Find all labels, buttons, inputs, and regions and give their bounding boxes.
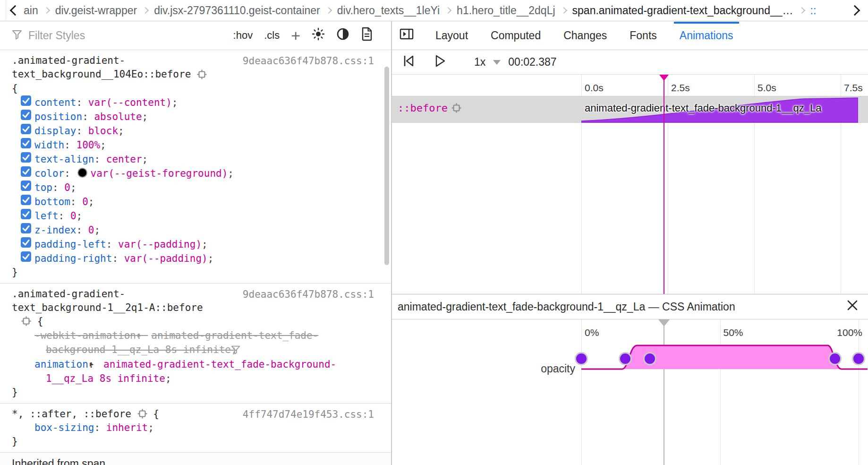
property-checkbox[interactable]	[21, 166, 31, 177]
filter-styles-input[interactable]	[27, 29, 229, 43]
property-checkbox[interactable]	[21, 237, 31, 248]
css-property-row[interactable]: animation: ▶animated-gradient-text_fade-…	[12, 357, 374, 386]
css-property-row[interactable]: color: var(--geist-foreground);	[12, 166, 374, 181]
breadcrumb-separator-icon	[445, 7, 451, 14]
stylesheet-document-icon[interactable]	[361, 27, 373, 44]
colon: :	[52, 182, 64, 193]
css-property-row[interactable]: width: 100%;	[12, 138, 374, 152]
property-checkbox[interactable]	[21, 138, 31, 148]
semicolon: ;	[142, 111, 148, 122]
property-checkbox[interactable]	[21, 209, 31, 219]
property-checkbox[interactable]	[21, 223, 31, 233]
keyframe-dot[interactable]	[643, 352, 656, 365]
timeline-playhead-handle[interactable]	[659, 75, 669, 81]
keyframe-dot[interactable]	[852, 352, 865, 365]
property-name: position	[34, 111, 82, 122]
inherited-from-span-header: Inherited from span	[0, 453, 391, 465]
styles-panel: :hov .cls +	[0, 21, 392, 465]
property-name: animation	[34, 358, 88, 370]
colon: :	[106, 239, 118, 250]
css-property-row[interactable]: z-index: 0;	[12, 223, 374, 237]
property-value: absolute	[94, 111, 142, 122]
semicolon: ;	[202, 239, 208, 250]
breadcrumb-item[interactable]: div.hero_texts__1leYi	[337, 4, 440, 17]
rule-selector-line[interactable]: text_background__104Eo::before	[12, 68, 374, 82]
css-property-row[interactable]: top: 0;	[12, 181, 374, 195]
property-name: display	[34, 125, 77, 137]
property-checkbox[interactable]	[21, 195, 31, 205]
inspect-target-icon[interactable]	[21, 315, 31, 328]
inspect-target-icon[interactable]	[451, 102, 461, 114]
css-property-row[interactable]: padding-left: var(--padding);	[12, 237, 374, 251]
timeline-tick-label: 0.0s	[585, 82, 604, 94]
detail-playhead-handle[interactable]	[658, 319, 670, 327]
css-property-row[interactable]: position: absolute;	[12, 110, 374, 124]
replay-button[interactable]	[401, 54, 416, 71]
css-property-row[interactable]: content: var(--content);	[12, 95, 374, 110]
play-button[interactable]	[433, 54, 447, 71]
property-value: var(--padding)	[118, 239, 202, 250]
new-style-rule-button[interactable]: +	[291, 31, 300, 40]
rule-selector-line[interactable]: text_background-1__2q1-A::before	[12, 301, 374, 315]
light-theme-sun-icon[interactable]	[312, 27, 325, 43]
stylesheet-source-link[interactable]: 9deaac636f47b878.css:1	[243, 54, 374, 68]
rule-close-brace: }	[12, 266, 374, 279]
pseudo-element-row-label[interactable]: ::before	[398, 102, 461, 114]
tab-computed[interactable]: Computed	[490, 22, 542, 50]
breadcrumb-item[interactable]: div.jsx-2797361110.geist-container	[154, 4, 320, 17]
colon: :	[94, 154, 106, 165]
tab-layout[interactable]: Layout	[434, 22, 469, 50]
css-property-row[interactable]: box-sizing: inherit;	[12, 421, 374, 435]
keyframe-dot[interactable]	[575, 352, 588, 365]
toggle-hover-state-button[interactable]: :hov	[233, 29, 253, 42]
breadcrumb-item[interactable]: h1.hero_title__2dqLj	[457, 4, 555, 17]
animation-timeline: 0.0s2.5s5.0s7.5s ::before animated-gradi…	[392, 75, 868, 294]
animation-toolbar: 1x 00:02.387	[392, 50, 868, 75]
keyframe-dot[interactable]	[619, 352, 632, 365]
property-checkbox[interactable]	[21, 181, 31, 191]
rule-selector-line[interactable]: {	[12, 82, 374, 95]
sidebar-toggle-icon[interactable]	[400, 28, 414, 43]
color-swatch[interactable]	[77, 168, 87, 178]
css-property-row[interactable]: left: 0;	[12, 209, 374, 223]
tab-animations[interactable]: Animations	[679, 22, 734, 50]
breadcrumb-forward-chevron-icon[interactable]	[850, 5, 860, 16]
filter-funnel-icon[interactable]	[237, 344, 241, 357]
inspect-target-icon[interactable]	[137, 407, 147, 421]
property-checkbox[interactable]	[21, 124, 31, 134]
timeline-playhead[interactable]	[664, 75, 664, 294]
tab-changes[interactable]: Changes	[562, 22, 608, 50]
property-checkbox[interactable]	[21, 110, 31, 120]
breadcrumb-separator-icon	[798, 7, 805, 14]
inspect-target-icon[interactable]	[197, 68, 207, 82]
rule-selector-line[interactable]: {	[12, 315, 374, 329]
breadcrumb-item[interactable]: ain	[24, 4, 38, 17]
css-property-row[interactable]: text-align: center;	[12, 152, 374, 166]
breadcrumb-back-chevron-icon[interactable]	[10, 5, 21, 16]
animation-name-label[interactable]: animated-gradient-text_fade-background-1…	[585, 102, 821, 114]
css-property-row[interactable]: bottom: 0;	[12, 195, 374, 209]
property-checkbox[interactable]	[21, 152, 31, 163]
styles-scrollbar-thumb[interactable]	[384, 67, 389, 265]
property-checkbox[interactable]	[21, 251, 31, 262]
colon: :	[77, 125, 88, 137]
contrast-half-moon-icon[interactable]	[336, 27, 349, 43]
timeline-tick-label: 2.5s	[671, 82, 690, 94]
stylesheet-source-link[interactable]: 4ff747d74e19f453.css:1	[243, 408, 374, 422]
breadcrumb-item[interactable]: div.geist-wrapper	[55, 4, 137, 17]
breadcrumb-item[interactable]: ::	[810, 4, 817, 17]
property-checkbox[interactable]	[21, 95, 31, 106]
close-icon[interactable]	[846, 299, 859, 314]
tab-fonts[interactable]: Fonts	[629, 22, 658, 50]
toggle-class-button[interactable]: .cls	[264, 29, 280, 42]
style-rules-list: 9deaac636f47b878.css:1.animated-gradient…	[0, 50, 391, 453]
css-property-row[interactable]: display: block;	[12, 124, 374, 138]
keyframe-dot[interactable]	[828, 352, 842, 365]
stylesheet-source-link[interactable]: 9deaac636f47b878.css:1	[243, 288, 374, 301]
breadcrumb-item[interactable]: span.animated-gradient-text_background__…	[572, 4, 793, 17]
playback-rate-caret-icon[interactable]	[493, 60, 501, 65]
css-property-row[interactable]: padding-right: var(--padding);	[12, 251, 374, 266]
css-property-row[interactable]: -webkit-animation: ▶animated-gradient-te…	[12, 328, 374, 357]
playback-rate-value[interactable]: 1x	[474, 56, 485, 69]
breadcrumb: aindiv.geist-wrapperdiv.jsx-2797361110.g…	[0, 0, 868, 21]
